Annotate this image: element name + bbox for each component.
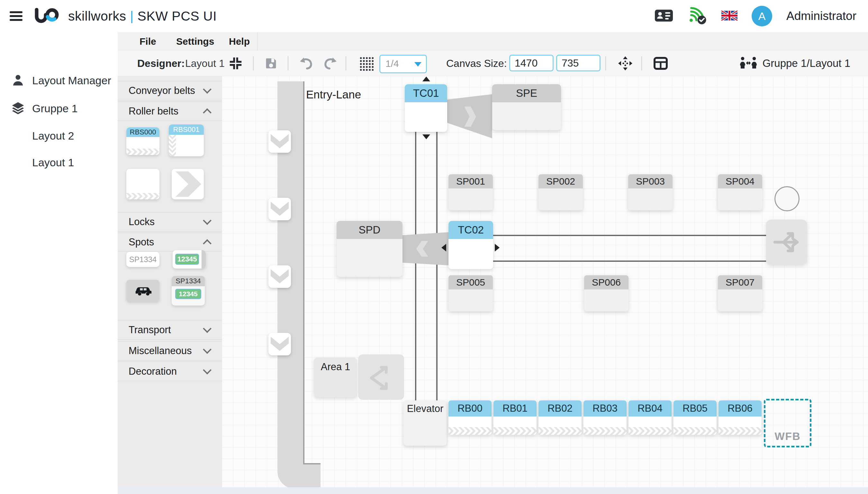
circle-node[interactable] (774, 186, 800, 211)
grid-toggle-button[interactable] (358, 55, 374, 71)
palette-section-spots[interactable]: Spots (118, 232, 222, 251)
palette-item-rbs001[interactable]: RBS001 (169, 125, 204, 156)
block-sp005[interactable]: SP005 (449, 275, 493, 311)
canvas-height-input[interactable] (556, 55, 600, 71)
belt-direction-chevrons (538, 427, 581, 435)
block-rb05[interactable]: RB05 (673, 400, 716, 435)
conveyor-lane-edge (303, 463, 320, 464)
app-window: skillworks|SKW PCS UI (0, 0, 868, 494)
connector-line-vertical (415, 132, 416, 400)
crossing-block[interactable] (766, 220, 807, 265)
palette-section-miscellaneous[interactable]: Miscellaneous (118, 341, 222, 361)
sidebar-item-label: Layout 1 (32, 156, 74, 169)
item-label: RBS000 (126, 127, 159, 137)
block-sp001[interactable]: SP001 (449, 174, 493, 210)
block-rb00[interactable]: RB00 (449, 400, 492, 435)
block-label: SP007 (718, 275, 762, 289)
id-card-icon[interactable] (654, 8, 673, 24)
palette-section-locks[interactable]: Locks (118, 212, 222, 231)
horizontal-scrollbar[interactable] (118, 487, 868, 494)
product-name: SKW PCS UI (138, 9, 217, 23)
palette-item-barcode-spot[interactable]: 12345 (173, 250, 206, 269)
lane-transfer-block[interactable] (269, 130, 291, 153)
sidebar-item-layout-2[interactable]: Layout 2 (0, 126, 118, 146)
barcode-badge: 12345 (175, 254, 199, 265)
palette-item-belt-arrow[interactable] (172, 169, 204, 200)
connection-status-icon[interactable] (687, 6, 707, 26)
block-label: RB04 (629, 400, 672, 417)
save-button[interactable] (263, 55, 279, 71)
arrow-right-marker (495, 244, 499, 251)
palette-section-transport[interactable]: Transport (118, 320, 222, 340)
block-rb06[interactable]: RB06 (718, 400, 762, 435)
palette-item-roller-belt-plain[interactable] (126, 169, 159, 200)
move-tool-button[interactable] (617, 55, 633, 71)
people-arrows-icon (739, 56, 757, 71)
block-sp004[interactable]: SP004 (718, 174, 762, 210)
belt-direction-chevrons (493, 427, 536, 435)
block-wfb-selected[interactable]: WFB (764, 399, 811, 448)
palette-item-labeled-spot[interactable]: SP1334 12345 (172, 276, 205, 306)
menu-file[interactable]: File (139, 32, 156, 51)
menu-settings[interactable]: Settings (176, 32, 214, 51)
hamburger-menu-icon[interactable] (9, 9, 23, 23)
block-elevator[interactable]: Elevator (403, 400, 447, 446)
conveyor-lane-horizontal[interactable] (304, 463, 320, 489)
zoom-level-select[interactable]: 1/4 (379, 55, 427, 73)
palette-section-roller-belts[interactable]: Roller belts (118, 101, 222, 121)
block-sp006[interactable]: SP006 (584, 275, 629, 311)
user-name[interactable]: Administrator (786, 9, 856, 23)
block-label: RB05 (673, 400, 716, 417)
block-spe[interactable]: SPE (492, 84, 561, 130)
block-rb02[interactable]: RB02 (538, 400, 581, 435)
lane-transfer-block[interactable] (269, 265, 291, 288)
designer-layout-name: Layout 1 (185, 51, 225, 76)
toolbar-divider (346, 56, 346, 71)
belt-direction-chevrons (126, 149, 159, 155)
canvas-width-input[interactable] (509, 55, 554, 71)
table-view-button[interactable] (653, 55, 669, 71)
block-tc02[interactable]: TC02 (449, 221, 493, 269)
block-rb03[interactable]: RB03 (584, 400, 627, 435)
block-spd[interactable]: SPD (337, 221, 402, 277)
block-sp003[interactable]: SP003 (628, 174, 673, 210)
block-sp002[interactable]: SP002 (538, 174, 583, 210)
chevron-up-icon (203, 239, 212, 248)
barcode-badge: 12345 (175, 289, 201, 299)
language-flag-icon[interactable] (722, 10, 737, 22)
entry-lane-label[interactable]: Entry-Lane (306, 88, 361, 101)
redo-button[interactable] (322, 55, 338, 71)
fit-to-screen-button[interactable] (228, 55, 244, 71)
block-sp007[interactable]: SP007 (718, 275, 762, 311)
flow-funnel (447, 94, 492, 138)
designer-menubar: File Settings Help (118, 32, 868, 51)
block-tc01[interactable]: TC01 (405, 84, 447, 132)
palette-item-spot[interactable]: SP1334 (126, 252, 159, 267)
toolbar-divider (288, 56, 288, 71)
undo-button[interactable] (298, 55, 314, 71)
sidebar-item-layout-1[interactable]: Layout 1 (0, 152, 118, 173)
block-area1[interactable]: Area 1 (314, 357, 357, 398)
arrow-down-marker (422, 134, 430, 139)
palette-section-conveyor-belts[interactable]: Conveyor belts (118, 81, 222, 100)
block-label: SP002 (538, 174, 583, 188)
crossing-block[interactable] (358, 355, 404, 400)
section-label: Decoration (129, 366, 177, 377)
active-context: Gruppe 1/Layout 1 (739, 51, 850, 76)
menu-help[interactable]: Help (229, 32, 250, 51)
spot-wall-edge (201, 250, 206, 269)
skillworks-logo (32, 7, 64, 26)
palette-item-rbs000[interactable]: RBS000 (126, 127, 159, 155)
chevron-left-glyph (416, 241, 428, 256)
sidebar-item-gruppe-1[interactable]: Gruppe 1 (0, 98, 118, 119)
palette-section-decoration[interactable]: Decoration (118, 361, 222, 381)
block-rb01[interactable]: RB01 (493, 400, 536, 435)
sidebar-item-layout-manager[interactable]: Layout Manager (0, 70, 118, 91)
palette-item-vehicle-spot[interactable] (126, 280, 159, 302)
block-rb04[interactable]: RB04 (629, 400, 672, 435)
designer-label: Designer: (137, 51, 185, 76)
lane-transfer-block[interactable] (269, 198, 291, 220)
lane-transfer-block[interactable] (269, 333, 291, 355)
chevron-down-icon (203, 366, 212, 374)
user-avatar[interactable]: A (752, 6, 772, 26)
